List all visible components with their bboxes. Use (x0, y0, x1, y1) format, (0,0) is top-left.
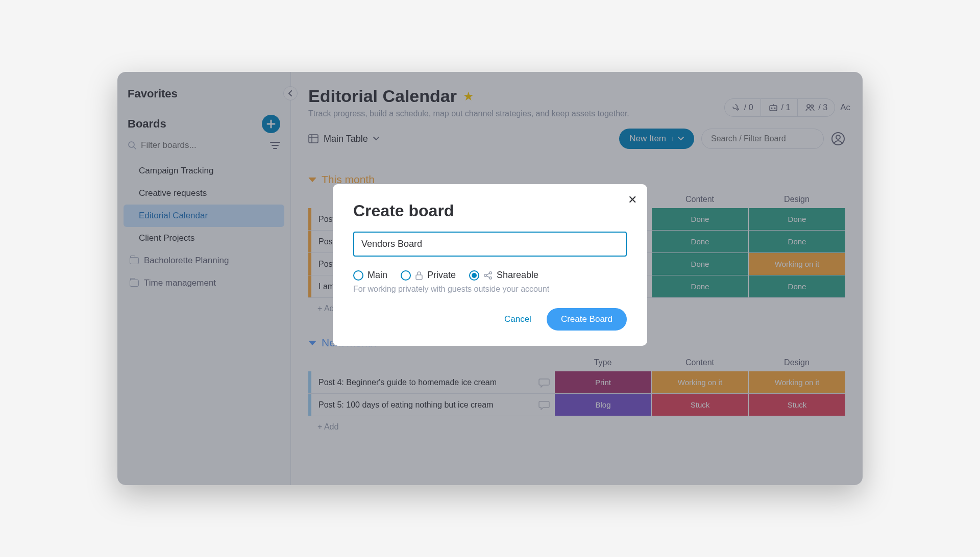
cancel-button[interactable]: Cancel (500, 309, 535, 330)
modal-title: Create board (353, 201, 627, 220)
app-window: Favorites Boards Campaign TrackingCreati… (117, 72, 863, 485)
board-type-option[interactable]: Shareable (469, 270, 538, 281)
radio-icon (401, 270, 411, 281)
share-icon (483, 271, 493, 280)
modal-hint: For working privately with guests outsid… (353, 285, 627, 308)
board-type-option[interactable]: Main (353, 270, 387, 281)
create-board-button[interactable]: Create Board (547, 308, 627, 331)
create-board-modal: ✕ Create board MainPrivateShareable For … (333, 184, 647, 346)
option-label: Shareable (497, 270, 538, 281)
close-icon[interactable]: ✕ (628, 193, 637, 207)
lock-icon (415, 271, 423, 280)
radio-icon (469, 270, 479, 281)
modal-overlay[interactable]: ✕ Create board MainPrivateShareable For … (117, 72, 863, 485)
radio-icon (353, 270, 363, 281)
svg-rect-9 (416, 275, 422, 280)
svg-point-11 (484, 274, 486, 276)
svg-point-12 (489, 276, 492, 278)
board-name-input[interactable] (353, 232, 627, 257)
option-label: Main (368, 270, 387, 281)
board-type-options: MainPrivateShareable (353, 257, 627, 285)
svg-point-10 (489, 271, 492, 273)
board-type-option[interactable]: Private (401, 270, 456, 281)
option-label: Private (427, 270, 456, 281)
